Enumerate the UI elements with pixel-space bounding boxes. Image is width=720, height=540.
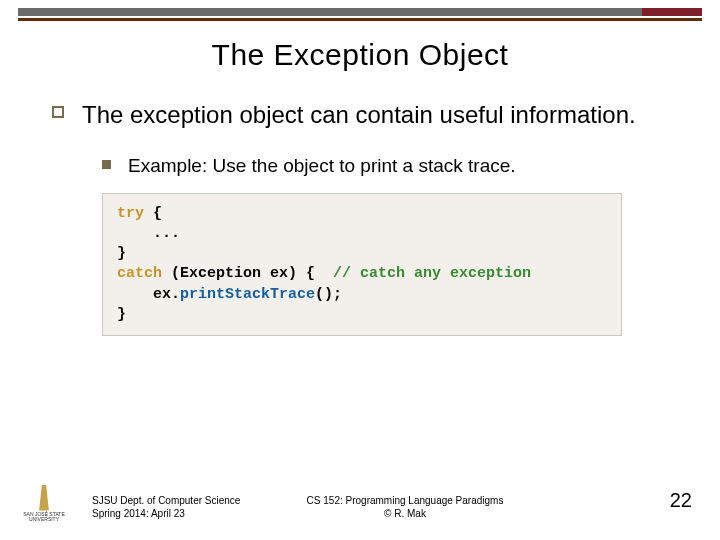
bullet-level-1: The exception object can contain useful … xyxy=(52,100,680,130)
bullet-level-2: Example: Use the object to print a stack… xyxy=(102,154,680,179)
logo-text: SAN JOSÉ STATE UNIVERSITY xyxy=(22,512,66,523)
slide-body: The exception object can contain useful … xyxy=(52,100,680,336)
code-block: try { ... } catch (Exception ex) { // ca… xyxy=(102,193,622,337)
code-kw-try: try xyxy=(117,205,144,222)
bullet2-post: . xyxy=(510,155,515,176)
code-comment: // catch any exception xyxy=(333,265,531,282)
code-l4b: (Exception ex) { xyxy=(162,265,333,282)
code-method: printStackTrace xyxy=(180,286,315,303)
footer-center: CS 152: Programming Language Paradigms ©… xyxy=(250,494,560,520)
page-number: 22 xyxy=(670,489,692,512)
bullet1-text: The exception object can contain useful … xyxy=(82,101,636,128)
top-rule xyxy=(18,8,702,26)
code-l5a: ex. xyxy=(117,286,180,303)
code-l2: ... xyxy=(117,225,180,242)
rule-accent xyxy=(642,8,702,16)
code-l1b: { xyxy=(144,205,162,222)
slide: The Exception Object The exception objec… xyxy=(0,0,720,540)
rule-maroon xyxy=(18,18,702,21)
code-kw-catch: catch xyxy=(117,265,162,282)
bullet2-em: stack trace xyxy=(418,155,510,176)
bullet2-pre: Example: Use the object to print a xyxy=(128,155,418,176)
rule-gray xyxy=(18,8,702,16)
slide-title: The Exception Object xyxy=(0,38,720,72)
footer-course: CS 152: Programming Language Paradigms xyxy=(307,495,504,506)
code-l3: } xyxy=(117,245,126,262)
footer-dept: SJSU Dept. of Computer Science xyxy=(92,495,240,506)
footer: SAN JOSÉ STATE UNIVERSITY SJSU Dept. of … xyxy=(0,472,720,526)
tower-icon xyxy=(37,485,51,511)
code-l5c: (); xyxy=(315,286,342,303)
code-l6: } xyxy=(117,306,126,323)
sjsu-logo: SAN JOSÉ STATE UNIVERSITY xyxy=(22,485,66,523)
footer-date: Spring 2014: April 23 xyxy=(92,508,185,519)
footer-left: SJSU Dept. of Computer Science Spring 20… xyxy=(92,494,240,520)
footer-copyright: © R. Mak xyxy=(384,508,426,519)
